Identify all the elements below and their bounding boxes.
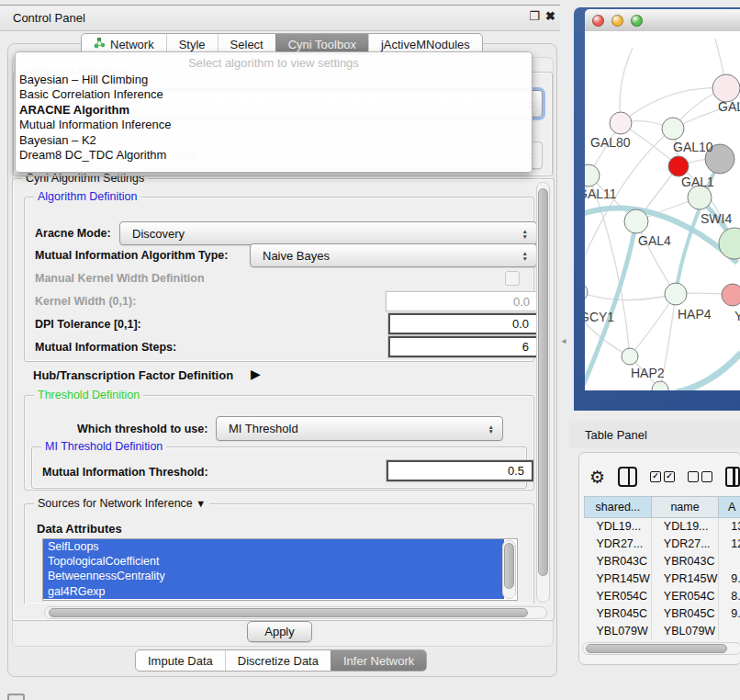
aracne-mode-combo[interactable]: Discovery ▲▼ — [119, 221, 537, 245]
window-close-icon[interactable] — [592, 15, 604, 27]
minimized-panel-icon[interactable] — [7, 694, 25, 700]
network-node-y[interactable] — [722, 284, 740, 306]
table-cell: 8. — [719, 588, 740, 605]
attributes-list-scrollbar[interactable] — [502, 540, 516, 599]
settings-horizontal-scrollbar[interactable] — [44, 606, 547, 619]
mi-type-combo[interactable]: Naive Bayes ▲▼ — [250, 243, 537, 267]
table-row[interactable]: YDR27...YDR27...12 — [585, 536, 740, 553]
table-row[interactable]: YBL079WYBL079W — [585, 622, 740, 639]
tab-label: Impute Data — [148, 654, 213, 668]
network-edge[interactable] — [585, 292, 676, 300]
mi-steps-field[interactable]: 6 — [388, 336, 538, 357]
table-row[interactable]: YDL19...YDL19...13 — [585, 518, 740, 536]
apply-button-label: Apply — [264, 625, 295, 638]
network-node-hap2[interactable] — [622, 348, 638, 365]
hub-expander-label[interactable]: Hub/Transcription Factor Definition — [33, 368, 233, 382]
tab-discretize-data[interactable]: Discretize Data — [225, 650, 331, 671]
network-node[interactable] — [719, 228, 740, 259]
table-cell: YBR045C — [651, 604, 718, 622]
table-horizontal-scrollbar[interactable] — [582, 642, 740, 655]
network-edge[interactable] — [630, 294, 676, 356]
which-threshold-combo[interactable]: MI Threshold ▲▼ — [216, 416, 503, 441]
network-edge[interactable] — [589, 175, 630, 356]
network-icon — [94, 37, 106, 51]
attribute-item-betweennesscentrality[interactable]: BetweennessCentrality — [43, 569, 504, 583]
node-label-gal10: GAL10 — [673, 140, 713, 154]
column-layout-icon[interactable] — [618, 467, 637, 487]
deselect-all-columns-icon[interactable] — [688, 471, 712, 482]
threshold-definition-title: Threshold Definition — [34, 389, 143, 401]
algorithm-option-dream8-dc-tdc-algorithm[interactable]: Dream8 DC_TDC Algorithm — [16, 148, 532, 163]
table-cell: 9. — [719, 570, 740, 588]
tab-impute-data[interactable]: Impute Data — [136, 650, 225, 671]
window-zoom-icon[interactable] — [631, 15, 643, 27]
cyni-bottom-tabbar: Impute DataDiscretize DataInfer Network — [135, 649, 427, 672]
column-header-shared[interactable]: shared... — [585, 497, 652, 518]
attribute-item-gal4rgexp[interactable]: gal4RGexp — [43, 584, 504, 599]
tab-infer-network[interactable]: Infer Network — [331, 650, 426, 671]
mi-threshold-field[interactable]: 0.5 — [387, 460, 533, 481]
table-cell: 9. — [719, 639, 740, 640]
table-row[interactable]: YER054CYER054C8. — [585, 588, 740, 605]
mi-steps-label: Mutual Information Steps: — [35, 341, 176, 354]
network-node-gcy1[interactable] — [585, 283, 588, 301]
settings-vertical-scrollbar[interactable] — [536, 182, 550, 603]
column-header-name[interactable]: name — [651, 497, 718, 518]
table-toolbar: ⚙ ✓✓ — [589, 464, 740, 490]
which-threshold-value: MI Threshold — [229, 422, 298, 435]
algorithm-option-bayesian-hill-climbing[interactable]: Bayesian – Hill Climbing — [16, 73, 532, 87]
node-table[interactable]: shared...nameAYDL19...YDL19...13YDR27...… — [584, 496, 740, 640]
node-label-gal: GAL — [718, 99, 740, 114]
kernel-width-value: 0.0 — [513, 295, 530, 309]
network-node-hap4[interactable] — [665, 283, 687, 305]
network-node-gal1[interactable] — [668, 156, 689, 176]
data-attributes-list[interactable]: SelfLoopsTopologicalCoefficientBetweenne… — [42, 538, 518, 601]
network-node-gal[interactable] — [712, 74, 740, 102]
sources-collapse-arrow-icon[interactable]: ▼ — [196, 498, 206, 509]
network-window-titlebar[interactable] — [585, 9, 740, 32]
mi-type-value: Naive Bayes — [263, 249, 330, 263]
algorithm-option-aracne-algorithm[interactable]: ARACNE Algorithm — [16, 103, 532, 118]
network-node-gal10[interactable] — [662, 118, 684, 140]
table-row[interactable]: YLR345WYLR345W9. — [585, 639, 740, 640]
node-label-gal80: GAL80 — [590, 135, 631, 150]
network-edge[interactable] — [585, 221, 636, 390]
aracne-mode-value: Discovery — [132, 227, 185, 241]
table-row[interactable]: YBR043CYBR043C — [585, 553, 740, 570]
table-row[interactable]: YPR145WYPR145W9. — [585, 570, 740, 588]
network-node-gal4[interactable] — [624, 209, 648, 233]
algorithm-option-basic-correlation-inference[interactable]: Basic Correlation Inference — [16, 87, 532, 102]
control-panel-titlebar: Control Panel ❐ ✖ — [0, 5, 560, 31]
float-panel-icon[interactable]: ❐ — [529, 9, 540, 23]
network-node-gal80[interactable] — [610, 112, 632, 134]
close-panel-icon[interactable]: ✖ — [545, 9, 555, 23]
kernel-width-label: Kernel Width (0,1): — [35, 295, 136, 308]
export-table-icon[interactable] — [725, 467, 740, 487]
tab-label: Infer Network — [343, 654, 414, 668]
column-header-a[interactable]: A — [719, 497, 740, 518]
tab-label: jActiveMNodules — [381, 38, 470, 51]
table-cell: YER054C — [585, 588, 652, 605]
window-minimize-icon[interactable] — [611, 15, 623, 27]
combo-spinner-icon: ▲▼ — [488, 423, 494, 434]
manual-kernel-checkbox[interactable] — [505, 271, 520, 286]
algorithm-definition-title: Algorithm Definition — [34, 190, 140, 203]
network-view-canvas[interactable]: GALGAL80GAL10GAL1GAL11SWI4GAL4GCY1HAP4YH… — [585, 31, 740, 390]
hub-expander-arrow-icon[interactable]: ▶ — [251, 367, 261, 381]
attribute-item-topologicalcoefficient[interactable]: TopologicalCoefficient — [43, 554, 504, 569]
table-row[interactable]: YBR045CYBR045C9. — [585, 604, 740, 622]
attribute-item-selfloops[interactable]: SelfLoops — [43, 539, 504, 554]
node-label-swi4: SWI4 — [701, 211, 732, 226]
dpi-tolerance-field[interactable]: 0.0 — [388, 313, 538, 334]
node-label-gcy1: GCY1 — [585, 310, 614, 324]
tab-label: Cyni Toolbox — [288, 38, 356, 51]
gear-icon[interactable]: ⚙ — [589, 467, 605, 488]
tab-label: Select — [230, 38, 263, 51]
network-edge[interactable] — [677, 353, 740, 390]
algorithm-option-bayesian-k2[interactable]: Bayesian – K2 — [16, 133, 532, 148]
algorithm-option-mutual-information-inference[interactable]: Mutual Information Inference — [16, 118, 532, 132]
select-all-columns-icon[interactable]: ✓✓ — [650, 471, 675, 482]
kernel-width-field[interactable]: 0.0 — [386, 291, 538, 311]
apply-button[interactable]: Apply — [247, 621, 312, 642]
splitter-collapse-icon[interactable]: ◄ — [560, 337, 567, 345]
